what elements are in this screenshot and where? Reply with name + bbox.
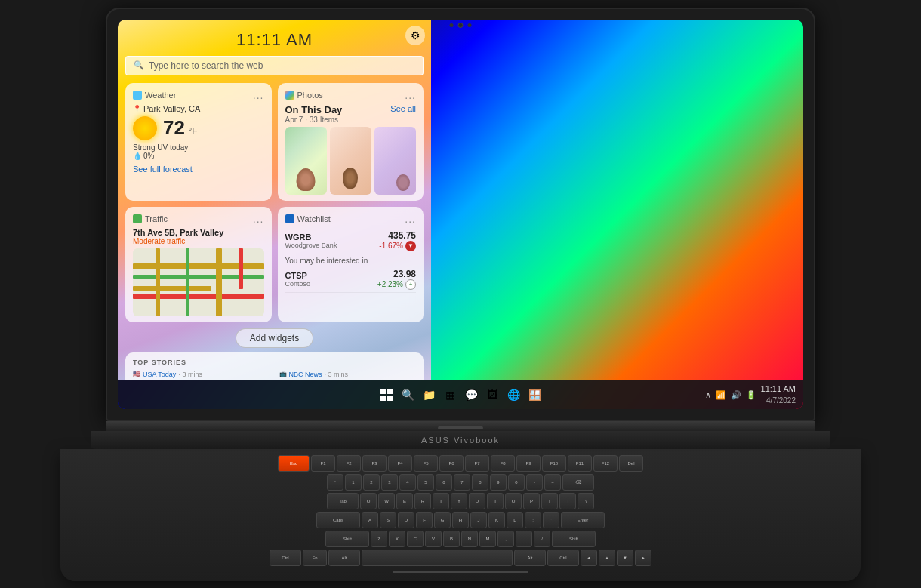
key-n[interactable]: N <box>461 531 478 547</box>
key-f5[interactable]: F5 <box>414 455 438 472</box>
photo-thumbnail-2[interactable] <box>330 127 371 195</box>
key-rbracket[interactable]: ] <box>559 493 576 509</box>
key-f[interactable]: F <box>416 512 433 528</box>
tray-sound[interactable]: 🔊 <box>731 390 741 400</box>
stock-row-1[interactable]: WGRB Woodgrove Bank 435.75 -1.67% ▼ <box>285 228 417 254</box>
key-backslash[interactable]: \ <box>578 493 594 509</box>
photos-see-all-link[interactable]: See all <box>390 104 416 113</box>
taskbar-clock[interactable]: 11:11 AM 4/7/2022 <box>761 383 796 405</box>
key-equals[interactable]: = <box>544 474 561 491</box>
taskbar-apps[interactable]: ▦ <box>441 386 459 404</box>
key-f2[interactable]: F2 <box>337 455 361 472</box>
key-f9[interactable]: F9 <box>516 455 541 472</box>
key-p[interactable]: P <box>523 493 540 509</box>
key-8[interactable]: 8 <box>472 474 488 491</box>
key-del[interactable]: Del <box>619 455 643 472</box>
tray-battery[interactable]: 🔋 <box>746 390 756 400</box>
key-a[interactable]: A <box>362 512 378 528</box>
key-up[interactable]: ▲ <box>599 550 615 566</box>
key-9[interactable]: 9 <box>490 474 507 491</box>
key-lctrl[interactable]: Ctrl <box>270 550 301 566</box>
key-7[interactable]: 7 <box>454 474 470 491</box>
traffic-dots-menu[interactable]: ... <box>253 213 264 225</box>
key-s[interactable]: S <box>380 512 396 528</box>
key-f3[interactable]: F3 <box>362 455 387 472</box>
taskbar-file-explorer[interactable]: 📁 <box>420 386 438 404</box>
key-m[interactable]: M <box>479 531 496 547</box>
key-t[interactable]: T <box>433 493 449 509</box>
key-f11[interactable]: F11 <box>568 455 592 472</box>
search-bar[interactable]: 🔍 Type here to search the web <box>125 56 424 75</box>
tray-wifi[interactable]: 📶 <box>716 390 726 400</box>
key-h[interactable]: H <box>452 512 469 528</box>
key-slash[interactable]: / <box>534 531 550 547</box>
key-lalt[interactable]: Alt <box>328 550 360 566</box>
key-q[interactable]: Q <box>360 493 377 509</box>
key-f10[interactable]: F10 <box>542 455 566 472</box>
key-minus[interactable]: - <box>526 474 543 491</box>
key-j[interactable]: J <box>470 512 487 528</box>
key-2[interactable]: 2 <box>363 474 380 491</box>
key-period[interactable]: . <box>516 531 532 547</box>
key-rshift[interactable]: Shift <box>552 531 596 547</box>
photos-dots-menu[interactable]: ... <box>405 89 416 101</box>
key-lshift[interactable]: Shift <box>325 531 369 547</box>
key-y[interactable]: Y <box>451 493 467 509</box>
key-i[interactable]: I <box>487 493 504 509</box>
key-d[interactable]: D <box>398 512 414 528</box>
key-backspace[interactable]: ⌫ <box>562 474 594 491</box>
tray-chevron[interactable]: ∧ <box>705 390 711 400</box>
key-v[interactable]: V <box>425 531 442 547</box>
taskbar-edge[interactable]: 🌐 <box>504 386 522 404</box>
key-right[interactable]: ► <box>635 550 651 566</box>
watchlist-dots-menu[interactable]: ... <box>405 213 416 225</box>
key-0[interactable]: 0 <box>508 474 525 491</box>
key-l[interactable]: L <box>507 512 523 528</box>
key-left[interactable]: ◄ <box>581 550 597 566</box>
key-enter[interactable]: Enter <box>561 512 605 528</box>
photo-thumbnail-1[interactable] <box>285 127 327 195</box>
photo-thumbnail-3[interactable] <box>374 127 416 195</box>
taskbar-search-button[interactable]: 🔍 <box>399 386 417 404</box>
key-g[interactable]: G <box>434 512 451 528</box>
key-comma[interactable]: , <box>497 531 514 547</box>
key-r[interactable]: R <box>414 493 431 509</box>
start-button[interactable] <box>377 386 396 404</box>
key-fn[interactable]: Fn <box>303 550 327 566</box>
key-f7[interactable]: F7 <box>465 455 489 472</box>
key-quote[interactable]: ' <box>543 512 559 528</box>
key-4[interactable]: 4 <box>399 474 416 491</box>
key-f12[interactable]: F12 <box>593 455 618 472</box>
key-c[interactable]: C <box>407 531 424 547</box>
stock-row-2[interactable]: CTSP Contoso 23.98 +2.23% + <box>285 266 417 293</box>
news-item-1[interactable]: 🇺🇸 USA Today · 3 mins One of the smalles… <box>133 371 270 381</box>
key-f4[interactable]: F4 <box>388 455 412 472</box>
key-1[interactable]: 1 <box>345 474 362 491</box>
key-f1[interactable]: F1 <box>311 455 335 472</box>
key-backtick[interactable]: ` <box>327 474 343 491</box>
weather-dots-menu[interactable]: ... <box>253 89 264 101</box>
key-caps[interactable]: Caps <box>316 512 360 528</box>
taskbar-chat[interactable]: 💬 <box>462 386 480 404</box>
taskbar-photos[interactable]: 🖼 <box>483 386 501 404</box>
key-rctrl[interactable]: Ctrl <box>547 550 579 566</box>
key-semicolon[interactable]: ; <box>525 512 541 528</box>
key-u[interactable]: U <box>469 493 485 509</box>
key-tab[interactable]: Tab <box>327 493 359 509</box>
key-w[interactable]: W <box>378 493 395 509</box>
key-space[interactable] <box>362 550 513 566</box>
key-ralt[interactable]: Alt <box>514 550 546 566</box>
key-e[interactable]: E <box>396 493 413 509</box>
key-esc[interactable]: Esc <box>278 455 310 472</box>
weather-forecast-link[interactable]: See full forecast <box>133 165 264 174</box>
taskbar-store[interactable]: 🪟 <box>525 386 544 404</box>
widget-toggle-button[interactable]: ⚙ <box>405 26 425 45</box>
key-5[interactable]: 5 <box>417 474 434 491</box>
key-b[interactable]: B <box>443 531 460 547</box>
key-down[interactable]: ▼ <box>617 550 633 566</box>
key-f8[interactable]: F8 <box>491 455 515 472</box>
key-lbracket[interactable]: [ <box>541 493 558 509</box>
news-item-2[interactable]: 📺 NBC News · 3 mins Are coffee naps the … <box>279 371 417 381</box>
map-area[interactable] <box>133 248 264 316</box>
key-z[interactable]: Z <box>371 531 387 547</box>
